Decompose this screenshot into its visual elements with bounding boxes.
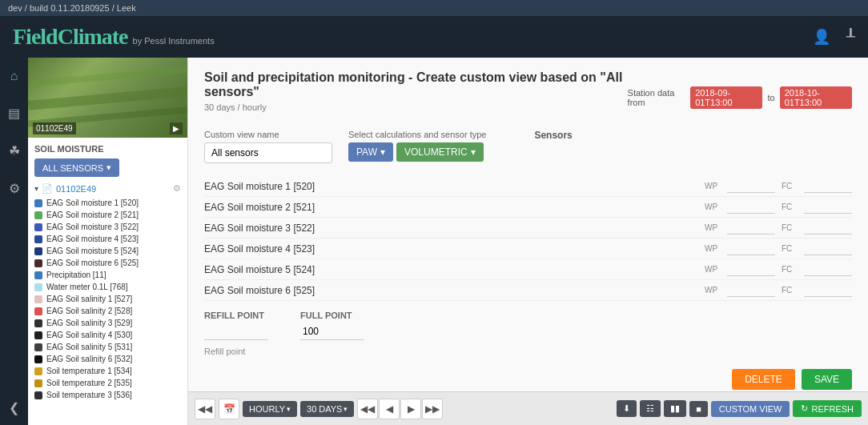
settings-icon[interactable]: ⚙ [6, 178, 23, 199]
refill-point-input[interactable] [204, 323, 268, 340]
list-item[interactable]: EAG Soil moisture 2 [521] [34, 209, 181, 221]
sensor-row-name: EAG Soil moisture 2 [521] [204, 202, 698, 213]
sensor-color-dot [34, 271, 42, 279]
sensor-row: EAG Soil moisture 6 [525] WP FC [204, 280, 852, 301]
bar-chart-button[interactable]: ▮▮ [664, 400, 686, 417]
bottom-toolbar: ◀◀ 📅 HOURLY 30 DAYS ◀◀ ◀ ▶ ▶▶ ⬇ ☷ ▮▮ ■ C… [188, 391, 868, 425]
sensor-label: Precipitation [11] [46, 271, 106, 279]
custom-view-name-input[interactable] [204, 142, 332, 163]
header: FieldClimate by Pessl Instruments 👤 ┸ [0, 16, 868, 58]
volumetric-button[interactable]: VOLUMETRIC ▾ [396, 142, 484, 162]
sensor-color-dot [34, 367, 42, 375]
sensor-color-dot [34, 343, 42, 351]
table-view-button[interactable]: ☷ [640, 400, 661, 417]
sensor-color-dot [34, 379, 42, 387]
download-button[interactable]: ⬇ [617, 400, 637, 417]
leaf-icon[interactable]: ☘ [6, 140, 23, 162]
list-item[interactable]: EAG Soil salinity 5 [531] [34, 341, 181, 353]
days-button[interactable]: 30 DAYS [300, 401, 354, 417]
user-icon[interactable]: 👤 [813, 28, 830, 46]
hourly-button[interactable]: HOURLY [243, 401, 297, 417]
list-item[interactable]: EAG Soil moisture 4 [523] [34, 233, 181, 245]
sensor-label: EAG Soil moisture 2 [521] [46, 210, 139, 219]
station-image: 01102E49 ▶ [28, 58, 187, 138]
fc-label: FC [782, 182, 798, 190]
logo-area: FieldClimate by Pessl Instruments [13, 24, 215, 50]
chart-icon[interactable]: ▤ [5, 102, 23, 124]
date-to-badge: 2018-10-01T13:00 [780, 86, 852, 109]
header-icons: 👤 ┸ [813, 28, 855, 46]
fc-input[interactable] [804, 283, 852, 297]
wp-input[interactable] [727, 283, 775, 297]
full-point-title: FULL POINT [300, 311, 364, 320]
sensor-row-name: EAG Soil moisture 5 [524] [204, 264, 698, 275]
image-expand-btn[interactable]: ▶ [170, 122, 183, 134]
list-item[interactable]: EAG Soil salinity 4 [530] [34, 329, 181, 341]
sensor-row-name: EAG Soil moisture 4 [523] [204, 243, 698, 255]
nav-prev-prev-button[interactable]: ◀◀ [357, 399, 378, 419]
grid-view-button[interactable]: ■ [689, 401, 708, 417]
sensor-list: EAG Soil moisture 1 [520] EAG Soil moist… [34, 197, 181, 401]
paw-button[interactable]: PAW ▾ [348, 142, 393, 162]
list-item[interactable]: Soil temperature 1 [534] [34, 365, 181, 377]
list-item[interactable]: EAG Soil salinity 3 [529] [34, 317, 181, 329]
fc-input[interactable] [804, 242, 852, 255]
all-sensors-button[interactable]: ALL SENSORS ▾ [34, 158, 119, 177]
list-item[interactable]: Water meter 0.1L [768] [34, 281, 181, 293]
nav-next-button[interactable]: ▶ [400, 399, 421, 419]
sensor-row: EAG Soil moisture 2 [521] WP FC [204, 197, 852, 218]
delete-button[interactable]: DELETE [732, 369, 795, 390]
nav-last-button[interactable]: ▶▶ [422, 399, 443, 419]
wifi-icon[interactable]: ┸ [846, 28, 855, 46]
sensor-row: EAG Soil moisture 1 [520] WP FC [204, 176, 852, 197]
sensor-label: EAG Soil moisture 5 [524] [46, 247, 139, 255]
home-icon[interactable]: ⌂ [7, 66, 22, 86]
list-item[interactable]: EAG Soil moisture 5 [524] [34, 245, 181, 257]
page-title: Soil and precipitation monitoring - Crea… [204, 70, 628, 99]
sensor-label: EAG Soil moisture 4 [523] [46, 235, 139, 243]
wp-input[interactable] [727, 242, 775, 255]
fc-input[interactable] [804, 221, 852, 235]
point-section: REFILL POINT Refill point FULL POINT [204, 311, 852, 356]
save-button[interactable]: SAVE [802, 369, 852, 390]
left-panel: 01102E49 ▶ SOIL MOISTURE ALL SENSORS ▾ ▾… [28, 58, 188, 425]
station-data-range: Station data from 2018-09-01T13:00 to 20… [628, 86, 852, 109]
nav-first-button[interactable]: ◀◀ [195, 399, 215, 419]
list-item[interactable]: EAG Soil salinity 6 [532] [34, 353, 181, 365]
fc-label: FC [782, 202, 798, 211]
sensor-label: Soil temperature 2 [535] [46, 379, 132, 387]
list-item[interactable]: Soil temperature 3 [536] [34, 389, 181, 401]
sensors-header-group: Sensors [534, 130, 572, 147]
sensors-label: Sensors [534, 130, 572, 141]
list-item[interactable]: EAG Soil moisture 1 [520] [34, 197, 181, 209]
chevron-left-icon[interactable]: ❮ [6, 397, 22, 419]
station-tree-row[interactable]: ▾ 📄 01102E49 ⚙ [34, 183, 181, 194]
wp-input[interactable] [727, 263, 775, 276]
refill-point-label: Refill point [204, 347, 268, 356]
fc-input[interactable] [804, 263, 852, 276]
refresh-button[interactable]: ↻ REFRESH [793, 400, 862, 417]
left-panel-content: SOIL MOISTURE ALL SENSORS ▾ ▾ 📄 01102E49… [28, 138, 187, 425]
wp-input[interactable] [727, 221, 775, 235]
wp-input[interactable] [727, 200, 775, 214]
nav-prev-button[interactable]: ◀ [379, 399, 400, 419]
list-item[interactable]: EAG Soil moisture 3 [522] [34, 221, 181, 233]
station-settings-icon[interactable]: ⚙ [173, 183, 181, 194]
list-item[interactable]: EAG Soil salinity 2 [528] [34, 305, 181, 317]
station-id-overlay: 01102E49 [33, 122, 76, 134]
list-item[interactable]: EAG Soil moisture 6 [525] [34, 257, 181, 269]
list-item[interactable]: Precipitation [11] [34, 269, 181, 281]
fc-input[interactable] [804, 200, 852, 214]
fc-input[interactable] [804, 179, 852, 193]
nav-calendar-button[interactable]: 📅 [219, 399, 239, 419]
sensor-color-dot [34, 211, 42, 219]
full-point-input[interactable] [300, 323, 364, 340]
list-item[interactable]: Soil temperature 2 [535] [34, 377, 181, 389]
sensor-color-dot [34, 391, 42, 399]
wp-input[interactable] [727, 179, 775, 193]
fc-label: FC [782, 265, 798, 274]
wp-label: WP [705, 244, 721, 253]
custom-view-button[interactable]: CuSTOM VIEW [711, 401, 790, 417]
list-item[interactable]: EAG Soil salinity 1 [527] [34, 293, 181, 305]
sensor-color-dot [34, 259, 42, 267]
